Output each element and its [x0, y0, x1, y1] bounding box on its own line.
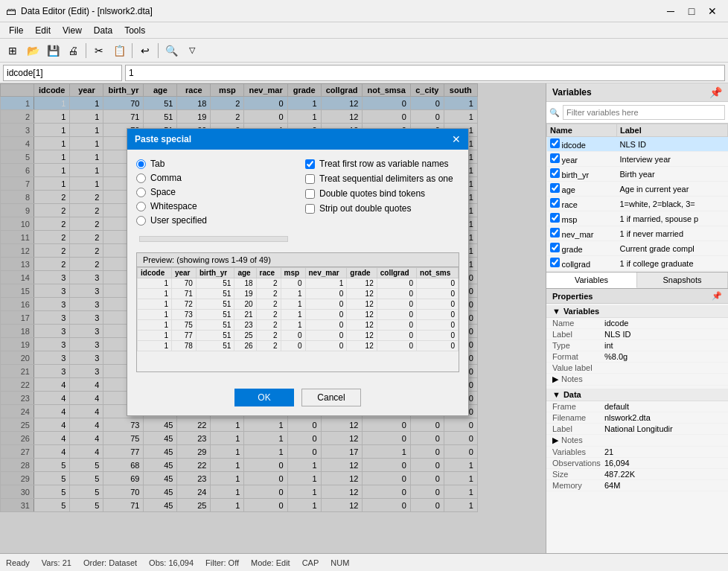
menu-data[interactable]: Data [88, 24, 118, 37]
preview-cell: 51 [196, 341, 234, 351]
strip-quotes-checkbox[interactable] [305, 204, 315, 214]
minimize-button[interactable]: ─ [661, 1, 680, 21]
preview-cell: 0 [305, 289, 347, 299]
toolbar: ⊞ 📂 💾 🖨 ✂ 📋 ↩ 🔍 ▽ [0, 39, 728, 63]
space-radio[interactable] [136, 188, 146, 197]
properties-pin-icon[interactable]: 📌 [712, 291, 722, 301]
variable-filter-input[interactable] [563, 105, 725, 120]
var-checkbox[interactable] [550, 258, 560, 267]
var-row[interactable]: birth_yrBirth year [547, 167, 728, 182]
toolbar-undo-btn[interactable]: ↩ [135, 41, 155, 60]
user-scroll-track[interactable] [139, 236, 288, 242]
first-row-checkbox[interactable] [305, 159, 315, 169]
toolbar-search-btn[interactable]: 🔍 [162, 41, 181, 60]
delimiter-user-option[interactable]: User specified [136, 215, 290, 226]
user-radio[interactable] [136, 216, 146, 226]
delimiter-tab-option[interactable]: Tab [136, 159, 290, 169]
size-label: Size [552, 470, 604, 479]
tab-snapshots[interactable]: Snapshots [637, 272, 728, 288]
prop-data-notes-row[interactable]: ▶ Notes [546, 435, 728, 447]
var-row[interactable]: msp1 if married, spouse p [547, 211, 728, 226]
title-text: Data Editor (Edit) - [nlswork2.dta] [21, 6, 657, 16]
var-row[interactable]: race1=white, 2=black, 3= [547, 197, 728, 211]
preview-cell: 19 [234, 289, 256, 299]
sequential-checkbox[interactable] [305, 174, 315, 184]
var-name: idcode [560, 141, 586, 150]
prop-data-title[interactable]: ▼ Data [546, 389, 728, 401]
toolbar-filter-btn[interactable]: ▽ [182, 41, 202, 60]
double-quotes-checkbox[interactable] [305, 189, 315, 199]
delimiter-comma-option[interactable]: Comma [136, 173, 290, 183]
data-collapse-icon: ▼ [552, 390, 561, 399]
toolbar-open-btn[interactable]: 📂 [23, 41, 42, 60]
var-checkbox-cell[interactable]: collgrad [547, 256, 617, 271]
var-label: 1 if never married [616, 226, 727, 241]
var-checkbox-cell[interactable]: age [547, 182, 617, 197]
var-checkbox-cell[interactable]: grade [547, 241, 617, 256]
double-quotes-option[interactable]: Double quotes bind tokens [305, 188, 459, 199]
ok-button[interactable]: OK [234, 389, 294, 406]
label-value: NLS ID [604, 330, 722, 339]
preview-table-container[interactable]: idcodeyearbirth_yrageracemspnev_margrade… [137, 267, 459, 371]
var-checkbox[interactable] [550, 198, 560, 208]
var-row[interactable]: gradeCurrent grade compl [547, 241, 728, 256]
dialog-close-button[interactable]: ✕ [452, 133, 461, 145]
var-checkbox[interactable] [550, 153, 560, 163]
first-row-option[interactable]: Treat first row as variable names [305, 159, 459, 169]
preview-col-header: grade [347, 268, 377, 278]
cell-reference-input[interactable] [3, 65, 122, 81]
var-row[interactable]: yearInterview year [547, 152, 728, 167]
var-checkbox[interactable] [550, 168, 560, 178]
var-row[interactable]: collgrad1 if college graduate [547, 256, 728, 271]
var-name: grade [560, 245, 583, 254]
var-checkbox-cell[interactable]: year [547, 152, 617, 167]
right-panel: Variables 📌 🔍 Name Label idcodeNLS ID ye… [546, 83, 728, 553]
var-row[interactable]: ageAge in current year [547, 182, 728, 197]
var-checkbox[interactable] [550, 213, 560, 223]
sequential-option[interactable]: Treat sequential delimiters as one [305, 173, 459, 184]
close-button[interactable]: ✕ [703, 1, 722, 21]
toolbar-grid-btn[interactable]: ⊞ [3, 41, 22, 60]
var-checkbox[interactable] [550, 243, 560, 252]
toolbar-print-btn[interactable]: 🖨 [63, 41, 83, 60]
var-checkbox-cell[interactable]: race [547, 197, 617, 211]
menu-edit[interactable]: Edit [29, 24, 57, 37]
preview-cell: 0 [305, 299, 347, 310]
var-row[interactable]: nev_mar1 if never married [547, 226, 728, 241]
delimiter-space-option[interactable]: Space [136, 187, 290, 197]
strip-quotes-option[interactable]: Strip out double quotes [305, 203, 459, 214]
toolbar-cut-btn[interactable]: ✂ [89, 41, 109, 60]
menu-tools[interactable]: Tools [118, 24, 151, 37]
var-row[interactable]: idcodeNLS ID [547, 137, 728, 152]
preview-cell: 1 [138, 310, 172, 320]
address-bar [0, 63, 728, 83]
var-checkbox-cell[interactable]: idcode [547, 137, 617, 152]
pin-icon[interactable]: 📌 [709, 86, 722, 98]
menu-file[interactable]: File [3, 24, 29, 37]
maximize-button[interactable]: □ [682, 1, 701, 21]
prop-variables-title[interactable]: ▼ Variables [546, 305, 728, 318]
tab-variables[interactable]: Variables [546, 272, 637, 288]
data-area: idcode year birth_yr age race msp nev_ma… [0, 83, 546, 553]
var-checkbox[interactable] [550, 138, 560, 148]
whitespace-radio[interactable] [136, 202, 146, 211]
delimiter-whitespace-option[interactable]: Whitespace [136, 201, 290, 211]
var-col-label: Label [616, 124, 727, 137]
prop-var-notes-row[interactable]: ▶ Notes [546, 374, 728, 386]
var-checkbox-cell[interactable]: birth_yr [547, 167, 617, 182]
preview-cell: 51 [196, 320, 234, 331]
var-checkbox-cell[interactable]: msp [547, 211, 617, 226]
var-checkbox[interactable] [550, 228, 560, 237]
cell-value-input[interactable] [125, 65, 725, 81]
toolbar-copy-btn[interactable]: 📋 [109, 41, 129, 60]
var-checkbox-cell[interactable]: nev_mar [547, 226, 617, 241]
menu-view[interactable]: View [57, 24, 88, 37]
variables-list-container[interactable]: Name Label idcodeNLS ID yearInterview ye… [546, 124, 728, 272]
double-quotes-label: Double quotes bind tokens [319, 188, 425, 199]
tab-radio[interactable] [136, 159, 146, 169]
preview-row: 17751252001200 [138, 331, 459, 341]
cancel-button[interactable]: Cancel [301, 389, 361, 406]
var-checkbox[interactable] [550, 183, 560, 193]
comma-radio[interactable] [136, 173, 146, 183]
toolbar-save-btn[interactable]: 💾 [43, 41, 63, 60]
